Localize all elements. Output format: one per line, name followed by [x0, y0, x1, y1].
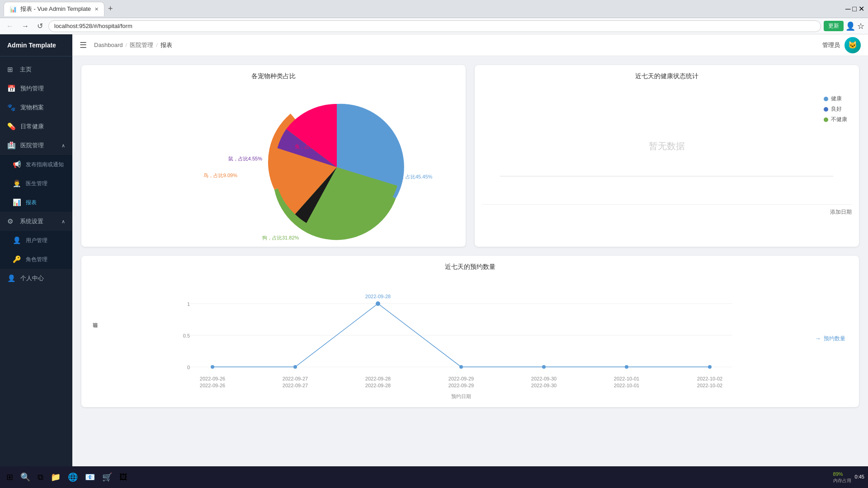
breadcrumb-sep-1: /: [126, 42, 127, 48]
sidebar-item-guidelines[interactable]: 📢 发布指南或通知: [0, 155, 72, 174]
sidebar-item-user-mgmt[interactable]: 👤 用户管理: [0, 231, 72, 250]
healthy-label: 健康: [831, 95, 842, 103]
star-icon[interactable]: ☆: [857, 21, 864, 31]
data-point-6: [708, 365, 712, 369]
maximize-btn[interactable]: □: [852, 5, 857, 13]
settings-icon: ⚙: [7, 217, 15, 225]
sidebar-item-label: 系统设置: [20, 217, 43, 225]
sidebar-item-label: 用户管理: [26, 237, 47, 244]
sidebar-item-home[interactable]: ⊞ 主页: [0, 60, 72, 79]
health-chart-area: 暂无数据 健康 良好: [482, 86, 852, 201]
data-point-1: [293, 365, 297, 369]
line-legend-label: 预约数量: [824, 334, 845, 342]
healthy-dot: [824, 97, 828, 101]
good-dot: [824, 107, 828, 112]
sidebar-item-label: 宠物档案: [20, 103, 44, 112]
new-tab-btn[interactable]: +: [106, 4, 115, 14]
settings-submenu: 👤 用户管理 🔑 角色管理: [0, 231, 72, 269]
x-date-4: 2022-09-30: [531, 383, 557, 388]
sidebar-item-label: 角色管理: [26, 256, 47, 263]
add-date-btn[interactable]: 添加日期: [830, 208, 852, 216]
charts-row: 各宠物种类占比: [81, 65, 859, 247]
dog-label: 狗，占比31.82%: [262, 235, 299, 240]
line-chart-container: 预约数量 0 0.5 1: [90, 277, 850, 400]
legend-unhealthy: 不健康: [824, 116, 847, 123]
close-btn[interactable]: ✕: [859, 5, 864, 13]
line-chart-title: 近七天的预约数量: [90, 263, 850, 271]
pie-chart-container: 猫，占比45.45% 狗，占比31.82% 狗狗，占比4.55% 鸟，占比9.0…: [89, 86, 458, 239]
reports-icon: 📊: [13, 198, 21, 206]
hamburger-btn[interactable]: ☰: [80, 40, 87, 50]
sidebar-item-label: 医生管理: [26, 180, 47, 188]
minimize-btn[interactable]: ─: [845, 5, 850, 13]
data-point-3: [459, 365, 463, 369]
sidebar-item-hospital-mgmt[interactable]: 🏥 医院管理 ∧: [0, 136, 72, 155]
sidebar-item-label: 预约管理: [20, 84, 44, 93]
profile-icon[interactable]: 👤: [845, 21, 855, 31]
x-date-2: 2022-09-28: [365, 383, 391, 388]
sidebar-item-doctor-mgmt[interactable]: 👨‍⚕️ 医生管理: [0, 174, 72, 193]
update-btn[interactable]: 更新: [824, 21, 844, 31]
sidebar-item-daily-health[interactable]: 💊 日常健康: [0, 117, 72, 136]
sidebar-item-role-mgmt[interactable]: 🔑 角色管理: [0, 250, 72, 269]
x-date-top-1: 2022-09-27: [283, 376, 308, 381]
tab-favicon: 📊: [9, 6, 17, 13]
add-date-section: 添加日期: [482, 204, 852, 220]
home-icon: ⊞: [7, 66, 15, 74]
line-chart-legend: → 预约数量: [815, 334, 845, 342]
breadcrumb-dashboard[interactable]: Dashboard: [94, 42, 123, 48]
breadcrumb-reports[interactable]: 报表: [160, 41, 172, 49]
guidelines-icon: 📢: [13, 160, 21, 169]
x-date-1: 2022-09-27: [283, 383, 308, 388]
sidebar-menu: ⊞ 主页 📅 预约管理 🐾 宠物档案 💊 日常健康 🏥 医院管理 ∧: [0, 56, 72, 466]
sidebar-item-label: 个人中心: [20, 274, 44, 282]
avatar[interactable]: 🐱: [844, 37, 861, 53]
health-no-data: 暂无数据: [649, 141, 685, 151]
x-date-6: 2022-10-02: [697, 383, 722, 388]
breadcrumb-sep-2: /: [156, 42, 158, 48]
tab-bar: 📊 报表 - Vue Admin Template ✕ +: [4, 2, 115, 16]
reload-btn[interactable]: ↺: [34, 21, 46, 31]
hospital-icon: 🏥: [7, 141, 16, 150]
sidebar-item-label: 主页: [20, 66, 32, 74]
health-chart-title: 近七天的健康状态统计: [482, 72, 852, 80]
bird-label: 鸟，占比9.09%: [203, 173, 237, 178]
forward-btn[interactable]: →: [19, 21, 32, 31]
x-date-top-6: 2022-10-02: [697, 376, 722, 381]
y-tick-0: 0: [187, 365, 190, 370]
data-point-peak: [376, 301, 380, 306]
x-date-5: 2022-10-01: [614, 383, 639, 388]
pie-chart-card: 各宠物种类占比: [81, 65, 466, 247]
breadcrumb: Dashboard / 医院管理 / 报表: [94, 41, 172, 49]
x-axis-label: 预约日期: [108, 393, 814, 400]
sidebar-item-reports[interactable]: 📊 报表: [0, 193, 72, 212]
breadcrumb-hospital[interactable]: 医院管理: [130, 41, 153, 49]
sidebar-item-label: 医院管理: [20, 141, 44, 150]
pie-chart-title: 各宠物种类占比: [89, 72, 458, 80]
sidebar-item-appointment[interactable]: 📅 预约管理: [0, 79, 72, 98]
user-icon: 👤: [13, 236, 21, 244]
sidebar-item-label: 日常健康: [20, 122, 44, 131]
top-header: ☰ Dashboard / 医院管理 / 报表 管理员 🐱: [72, 34, 868, 56]
mouse-label: 鼠，占比4.55%: [228, 156, 262, 161]
sidebar-item-pet-records[interactable]: 🐾 宠物档案: [0, 98, 72, 117]
active-tab[interactable]: 📊 报表 - Vue Admin Template ✕: [4, 2, 104, 16]
y-axis-label: 预约数量: [90, 277, 99, 386]
sidebar-item-personal[interactable]: 👤 个人中心: [0, 269, 72, 288]
x-date-top-2: 2022-09-28: [365, 376, 391, 381]
y-tick-05: 0.5: [183, 333, 190, 338]
legend-healthy: 健康: [824, 95, 847, 103]
admin-label: 管理员: [822, 41, 840, 49]
back-btn[interactable]: ←: [4, 21, 16, 31]
unhealthy-dot: [824, 117, 828, 122]
browser-chrome: 📊 报表 - Vue Admin Template ✕ + ─ □ ✕: [0, 0, 868, 18]
sidebar-item-settings[interactable]: ⚙ 系统设置 ∧: [0, 212, 72, 231]
line-svg: 0 0.5 1: [108, 277, 814, 389]
x-date-top-5: 2022-10-01: [614, 376, 639, 381]
y-tick-1: 1: [187, 301, 190, 307]
x-date-top-3: 2022-09-29: [448, 376, 474, 381]
address-input[interactable]: [48, 20, 821, 32]
sidebar: Admin Template ⊞ 主页 📅 预约管理 🐾 宠物档案 💊 日常健康…: [0, 34, 72, 466]
tab-close-btn[interactable]: ✕: [94, 6, 99, 12]
x-date-top-4: 2022-09-30: [531, 376, 557, 381]
